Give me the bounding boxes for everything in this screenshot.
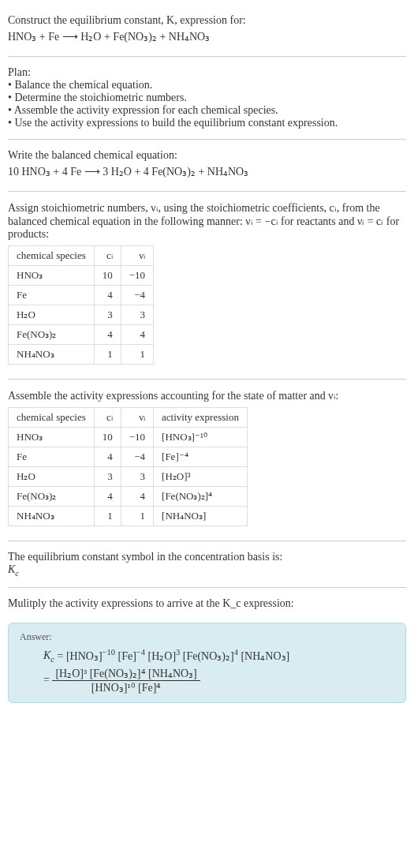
plan-heading: Plan: <box>8 66 406 79</box>
balanced-equation: 10 HNO₃ + 4 Fe ⟶ 3 H₂O + 4 Fe(NO₃)₂ + NH… <box>8 162 406 181</box>
divider <box>8 587 406 588</box>
table-row: Fe(NO₃)₂ 4 4 [Fe(NO₃)₂]⁴ <box>9 487 248 507</box>
stoich-intro: Assign stoichiometric numbers, νᵢ, using… <box>8 201 406 241</box>
cell-species: HNO₃ <box>9 428 95 447</box>
cell-species: Fe(NO₃)₂ <box>9 325 95 345</box>
plan-item: • Use the activity expressions to build … <box>8 117 406 129</box>
cell-v: 4 <box>121 487 153 507</box>
table-row: NH₄NO₃ 1 1 [NH₄NO₃] <box>9 507 248 526</box>
table-row: chemical species cᵢ νᵢ <box>9 246 154 266</box>
cell-species: Fe <box>9 447 95 467</box>
activity-table: chemical species cᵢ νᵢ activity expressi… <box>8 407 248 526</box>
cell-v: −4 <box>121 286 153 305</box>
divider <box>8 139 406 140</box>
cell-c: 4 <box>94 286 121 305</box>
col-header: νᵢ <box>121 246 153 266</box>
cell-species: H₂O <box>9 305 95 325</box>
table-row: Fe 4 −4 [Fe]⁻⁴ <box>9 447 248 467</box>
divider <box>8 191 406 192</box>
cell-c: 10 <box>94 428 121 447</box>
table-row: Fe 4 −4 <box>9 286 154 305</box>
col-header: activity expression <box>154 408 248 428</box>
stoich-table: chemical species cᵢ νᵢ HNO₃ 10 −10 Fe 4 … <box>8 245 154 365</box>
cell-activity: [NH₄NO₃] <box>154 507 248 526</box>
col-header: chemical species <box>9 408 95 428</box>
cell-c: 4 <box>94 325 121 345</box>
cell-v: 1 <box>121 345 153 365</box>
col-header: νᵢ <box>121 408 153 428</box>
table-row: HNO₃ 10 −10 [HNO₃]⁻¹⁰ <box>9 428 248 447</box>
symbol-kc: Kc <box>8 563 406 578</box>
cell-v: 4 <box>121 325 153 345</box>
multiply-text: Mulitply the activity expressions to arr… <box>8 597 294 609</box>
stoich-block: Assign stoichiometric numbers, νᵢ, using… <box>8 195 406 376</box>
balanced-block: Write the balanced chemical equation: 10… <box>8 143 406 188</box>
cell-c: 3 <box>94 305 121 325</box>
cell-activity: [H₂O]³ <box>154 467 248 487</box>
cell-activity: [Fe(NO₃)₂]⁴ <box>154 487 248 507</box>
answer-line2: = [H₂O]³ [Fe(NO₃)₂]⁴ [NH₄NO₃] [HNO₃]¹⁰ [… <box>43 667 394 694</box>
cell-activity: [Fe]⁻⁴ <box>154 447 248 467</box>
cell-activity: [HNO₃]⁻¹⁰ <box>154 428 248 447</box>
cell-species: HNO₃ <box>9 266 95 286</box>
plan-item: • Assemble the activity expression for e… <box>8 104 406 117</box>
cell-species: H₂O <box>9 467 95 487</box>
header-equation: HNO₃ + Fe ⟶ H₂O + Fe(NO₃)₂ + NH₄NO₃ <box>8 27 406 47</box>
multiply-block: Mulitply the activity expressions to arr… <box>8 591 406 616</box>
frac-denominator: [HNO₃]¹⁰ [Fe]⁴ <box>52 681 200 694</box>
cell-species: Fe(NO₃)₂ <box>9 487 95 507</box>
activity-intro: Assemble the activity expressions accoun… <box>8 389 406 402</box>
table-row: HNO₃ 10 −10 <box>9 266 154 286</box>
col-header: cᵢ <box>94 246 121 266</box>
title-line: Construct the equilibrium constant, K, e… <box>8 14 406 27</box>
answer-line1: Kc = K_c = [HNO₃]⁻¹⁰ [Fe]⁻⁴ [H₂O]³ [Fe(N… <box>43 648 394 664</box>
plan-item: • Balance the chemical equation. <box>8 79 406 92</box>
cell-c: 4 <box>94 487 121 507</box>
activity-block: Assemble the activity expressions accoun… <box>8 383 406 537</box>
cell-c: 1 <box>94 345 121 365</box>
title-text: Construct the equilibrium constant, K, e… <box>8 14 246 26</box>
table-row: Fe(NO₃)₂ 4 4 <box>9 325 154 345</box>
answer-label: Answer: <box>20 631 394 643</box>
frac-numerator: [H₂O]³ [Fe(NO₃)₂]⁴ [NH₄NO₃] <box>52 667 200 681</box>
header-block: Construct the equilibrium constant, K, e… <box>8 8 406 53</box>
cell-c: 3 <box>94 467 121 487</box>
plan-block: Plan: • Balance the chemical equation. •… <box>8 60 406 136</box>
table-row: H₂O 3 3 <box>9 305 154 325</box>
cell-v: −10 <box>121 428 153 447</box>
symbol-block: The equilibrium constant symbol in the c… <box>8 544 406 584</box>
cell-c: 4 <box>94 447 121 467</box>
divider <box>8 379 406 380</box>
cell-v: −4 <box>121 447 153 467</box>
answer-content: Kc = K_c = [HNO₃]⁻¹⁰ [Fe]⁻⁴ [H₂O]³ [Fe(N… <box>20 648 394 694</box>
col-header: chemical species <box>9 246 95 266</box>
cell-v: 3 <box>121 467 153 487</box>
cell-v: −10 <box>121 266 153 286</box>
cell-c: 10 <box>94 266 121 286</box>
divider <box>8 541 406 541</box>
symbol-text: The equilibrium constant symbol in the c… <box>8 551 406 563</box>
answer-box: Answer: Kc = K_c = [HNO₃]⁻¹⁰ [Fe]⁻⁴ [H₂O… <box>8 623 406 703</box>
divider <box>8 56 406 57</box>
answer-fraction: [H₂O]³ [Fe(NO₃)₂]⁴ [NH₄NO₃] [HNO₃]¹⁰ [Fe… <box>52 667 200 694</box>
cell-c: 1 <box>94 507 121 526</box>
table-row: chemical species cᵢ νᵢ activity expressi… <box>9 408 248 428</box>
cell-species: NH₄NO₃ <box>9 345 95 365</box>
cell-species: Fe <box>9 286 95 305</box>
balanced-heading: Write the balanced chemical equation: <box>8 149 406 162</box>
table-row: NH₄NO₃ 1 1 <box>9 345 154 365</box>
cell-species: NH₄NO₃ <box>9 507 95 526</box>
cell-v: 3 <box>121 305 153 325</box>
cell-v: 1 <box>121 507 153 526</box>
plan-item: • Determine the stoichiometric numbers. <box>8 92 406 104</box>
table-row: H₂O 3 3 [H₂O]³ <box>9 467 248 487</box>
col-header: cᵢ <box>94 408 121 428</box>
